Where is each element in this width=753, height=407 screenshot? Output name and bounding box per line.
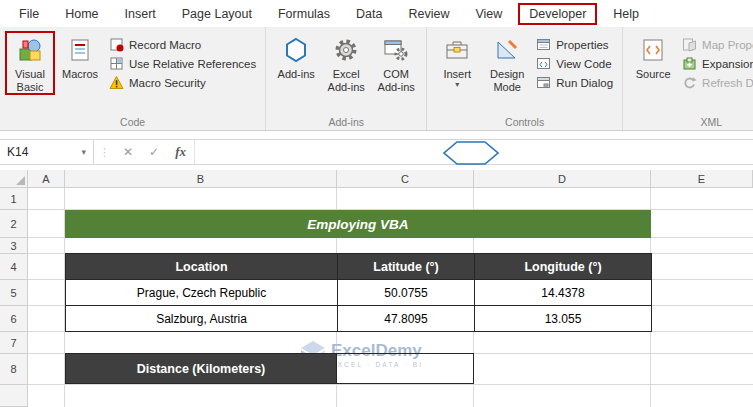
macros-label: Macros	[62, 68, 98, 81]
tab-insert[interactable]: Insert	[112, 3, 169, 25]
source-button[interactable]: Source	[628, 31, 678, 83]
visual-basic-label: Visual Basic	[7, 68, 53, 93]
cell-latitude-1[interactable]: 50.0755	[338, 280, 475, 306]
cell-longitude-1[interactable]: 14.4378	[475, 280, 652, 306]
insert-label: Insert	[443, 68, 471, 81]
cell-location-1[interactable]: Prague, Czech Republic	[66, 280, 338, 306]
tab-data[interactable]: Data	[343, 3, 395, 25]
ribbon-group-controls: Insert ▾ Design Mode Properties	[427, 27, 623, 130]
worksheet: A B C D E 1 2 3 4 5 6 7 8	[0, 170, 753, 407]
column-header-d[interactable]: D	[474, 170, 651, 188]
table-row: Salzburg, Austria 47.8095 13.055	[66, 306, 652, 332]
cell-location-2[interactable]: Salzburg, Austria	[66, 306, 338, 332]
gridline	[28, 384, 753, 385]
excel-add-ins-button[interactable]: Excel Add-ins	[321, 31, 371, 95]
cancel-button[interactable]: ✕	[115, 140, 141, 164]
add-ins-hexagon-icon	[283, 35, 309, 65]
distance-row: Distance (Kilometers)	[65, 353, 474, 384]
source-label: Source	[636, 68, 671, 81]
tab-view[interactable]: View	[462, 3, 515, 25]
name-box-dropdown-icon[interactable]: ▾	[81, 147, 86, 157]
add-ins-button[interactable]: Add-ins	[271, 31, 321, 83]
row-header-1[interactable]: 1	[0, 188, 28, 210]
macros-button[interactable]: Macros	[55, 31, 105, 83]
run-dialog-icon	[536, 75, 551, 90]
run-dialog-button[interactable]: Run Dialog	[536, 75, 613, 90]
view-code-icon	[536, 56, 551, 71]
ribbon-group-addins: Add-ins Excel Add-ins COM A	[266, 27, 427, 130]
record-macro-button[interactable]: Record Macro	[109, 37, 256, 52]
map-properties-button: Map Properties	[682, 37, 753, 52]
row-header-7[interactable]: 7	[0, 332, 28, 354]
formula-input[interactable]	[194, 140, 753, 164]
column-header-c[interactable]: C	[337, 170, 474, 188]
cell-longitude-2[interactable]: 13.055	[475, 306, 652, 332]
record-macro-label: Record Macro	[129, 39, 201, 51]
tab-page-layout[interactable]: Page Layout	[169, 3, 265, 25]
com-add-ins-icon	[383, 35, 409, 65]
select-all-corner[interactable]	[0, 170, 28, 188]
ribbon-group-code: Visual Basic Macros Record Macro	[0, 27, 266, 130]
tab-help[interactable]: Help	[600, 3, 652, 25]
tab-file[interactable]: File	[6, 3, 52, 25]
column-header-b[interactable]: B	[65, 170, 337, 188]
xml-source-icon	[640, 35, 666, 65]
code-group-label: Code	[0, 116, 265, 128]
properties-button[interactable]: Properties	[536, 37, 613, 52]
header-cell-latitude[interactable]: Latitude (°)	[338, 254, 475, 280]
view-code-button[interactable]: View Code	[536, 56, 613, 71]
row-header-3[interactable]: 3	[0, 238, 28, 254]
row-header-9[interactable]	[0, 385, 28, 407]
table-header-row: Location Latitude (°) Longitude (°)	[66, 254, 652, 280]
record-macro-icon	[109, 37, 124, 52]
properties-icon	[536, 37, 551, 52]
row-header-5[interactable]: 5	[0, 280, 28, 306]
grid-area[interactable]: ExcelDemy EXCEL · DATA · BI Employing VB…	[28, 188, 753, 407]
insert-control-button[interactable]: Insert ▾	[432, 31, 482, 91]
row-header-8[interactable]: 8	[0, 354, 28, 385]
name-box[interactable]: K14 ▾	[0, 140, 94, 164]
insert-dropdown-caret-icon: ▾	[455, 81, 459, 89]
tab-developer[interactable]: Developer	[518, 3, 597, 25]
coordinates-table: Location Latitude (°) Longitude (°) Prag…	[65, 253, 652, 332]
ribbon: Visual Basic Macros Record Macro	[0, 27, 753, 131]
cell-latitude-2[interactable]: 47.8095	[338, 306, 475, 332]
com-add-ins-button[interactable]: COM Add-ins	[371, 31, 421, 95]
map-properties-label: Map Properties	[702, 39, 753, 51]
macros-icon	[67, 35, 93, 65]
distance-label-cell[interactable]: Distance (Kilometers)	[65, 353, 337, 384]
refresh-data-button: Refresh Data	[682, 75, 753, 90]
enter-button[interactable]: ✓	[141, 140, 167, 164]
ribbon-tab-bar: File Home Insert Page Layout Formulas Da…	[0, 0, 753, 27]
column-header-a[interactable]: A	[28, 170, 65, 188]
design-mode-icon	[494, 35, 520, 65]
row-header-6[interactable]: 6	[0, 306, 28, 332]
tab-review[interactable]: Review	[395, 3, 462, 25]
row-header-4[interactable]: 4	[0, 254, 28, 280]
name-box-value: K14	[7, 145, 28, 159]
expansion-packs-button[interactable]: Expansion Packs	[682, 56, 753, 71]
use-relative-references-button[interactable]: Use Relative References	[109, 56, 256, 71]
header-cell-longitude[interactable]: Longitude (°)	[475, 254, 652, 280]
formula-bar-splitter[interactable]: ⋮	[94, 140, 115, 164]
column-header-e[interactable]: E	[651, 170, 753, 188]
design-mode-button[interactable]: Design Mode	[482, 31, 532, 95]
row-header-2[interactable]: 2	[0, 210, 28, 238]
distance-result-cell[interactable]	[337, 353, 474, 384]
tab-home[interactable]: Home	[52, 3, 111, 25]
design-mode-label: Design Mode	[483, 68, 531, 93]
insert-function-button[interactable]: fx	[167, 140, 194, 164]
excel-add-ins-label: Excel Add-ins	[322, 68, 370, 93]
tab-formulas[interactable]: Formulas	[265, 3, 343, 25]
header-cell-location[interactable]: Location	[66, 254, 338, 280]
hexagon-shape[interactable]	[443, 141, 499, 169]
visual-basic-button[interactable]: Visual Basic	[5, 31, 55, 95]
refresh-data-icon	[682, 75, 697, 90]
map-properties-icon	[682, 37, 697, 52]
macro-security-button[interactable]: Macro Security	[109, 75, 256, 90]
excel-add-ins-gear-icon	[333, 35, 359, 65]
title-banner-cell[interactable]: Employing VBA	[65, 210, 651, 238]
formula-bar: K14 ▾ ⋮ ✕ ✓ fx	[0, 139, 753, 165]
expansion-packs-label: Expansion Packs	[702, 58, 753, 70]
add-ins-label: Add-ins	[278, 68, 315, 81]
